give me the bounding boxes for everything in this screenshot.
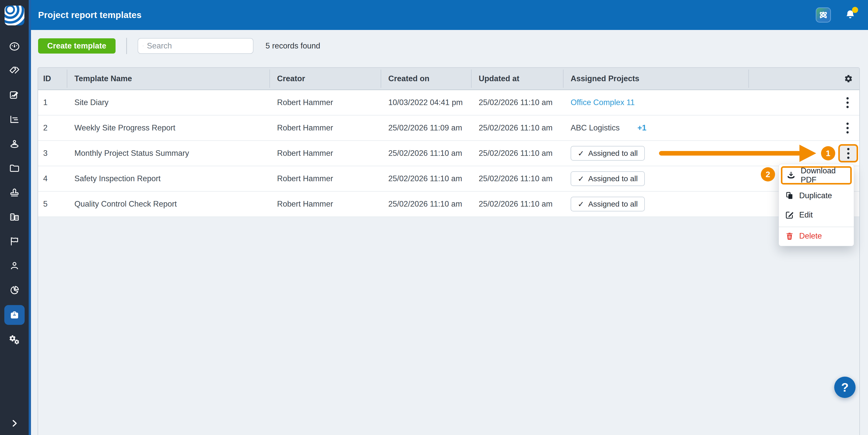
cell-id: 1	[38, 90, 67, 115]
ai-assistant-icon	[818, 10, 828, 20]
cell-template-name: Site Diary	[67, 90, 270, 115]
cell-updated-at: 25/02/2026 11:10 am	[471, 141, 563, 166]
templates-table: ID Template Name Creator Created on Upda…	[38, 67, 860, 435]
sidebar-item-site[interactable]	[9, 138, 20, 150]
cell-template-name: Weekly Site Progress Report	[67, 115, 270, 140]
cell-creator: Robert Hammer	[270, 115, 381, 140]
table-row: 4 Safety Inspection Report Robert Hammer…	[38, 166, 859, 192]
sidebar-expand-button[interactable]	[0, 418, 29, 428]
cell-creator: Robert Hammer	[270, 192, 381, 216]
trash-icon	[785, 231, 794, 241]
sidebar-item-documents[interactable]	[9, 162, 20, 174]
row-actions-kebab-menu-icon[interactable]	[844, 120, 851, 136]
ai-assistant-button[interactable]	[816, 7, 831, 23]
tags-icon	[9, 65, 20, 77]
sidebar-item-report-templates[interactable]	[4, 305, 25, 325]
assigned-project-link[interactable]: Office Complex 11	[570, 98, 634, 107]
menu-item-download-pdf[interactable]: Download PDF	[781, 166, 852, 185]
table-row: 2 Weekly Site Progress Report Robert Ham…	[38, 115, 859, 141]
sidebar-item-settings[interactable]	[9, 334, 20, 346]
menu-item-delete[interactable]: Delete	[779, 228, 854, 244]
row-actions-kebab-menu-icon[interactable]	[844, 95, 851, 111]
sidebar-item-reports-chart[interactable]	[9, 114, 20, 125]
annotation-step-2: 2	[761, 167, 775, 181]
cell-created-on: 25/02/2026 11:10 am	[381, 141, 471, 166]
create-template-button[interactable]: Create template	[38, 38, 116, 54]
top-header: Project report templates	[31, 0, 868, 30]
sidebar-item-forms[interactable]	[9, 89, 20, 101]
sidebar-nav	[0, 41, 29, 346]
menu-item-edit[interactable]: Edit	[779, 205, 854, 225]
assigned-to-all-badge[interactable]: ✓ Assigned to all	[570, 171, 645, 186]
row-actions-kebab-highlighted[interactable]	[838, 144, 858, 162]
download-icon	[786, 171, 796, 180]
annotation-step-1: 1	[821, 146, 835, 160]
settings-gears-icon	[9, 334, 20, 346]
cell-created-on: 25/02/2026 11:10 am	[381, 166, 471, 191]
cell-creator: Robert Hammer	[270, 166, 381, 191]
flag-icon	[9, 236, 20, 247]
table-header-row: ID Template Name Creator Created on Upda…	[38, 68, 859, 90]
check-icon: ✓	[578, 149, 584, 158]
search-icon	[143, 42, 144, 50]
page-title: Project report templates	[38, 10, 142, 20]
cell-template-name: Quality Control Check Report	[67, 192, 270, 216]
check-icon: ✓	[578, 174, 584, 183]
assigned-more-badge[interactable]: +1	[638, 123, 646, 132]
user-icon	[9, 260, 20, 272]
chevron-right-icon	[9, 418, 20, 428]
menu-item-duplicate[interactable]: Duplicate	[779, 186, 854, 205]
column-header-created[interactable]: Created on	[381, 68, 471, 90]
kebab-menu-icon[interactable]	[845, 145, 852, 161]
stamp-icon	[9, 187, 20, 198]
form-signature-icon	[9, 89, 20, 101]
site-person-pin-icon	[9, 138, 20, 150]
column-header-updated[interactable]: Updated at	[471, 68, 563, 90]
cell-created-on: 25/02/2026 11:09 am	[381, 115, 471, 140]
column-header-actions	[748, 68, 859, 90]
column-header-name[interactable]: Template Name	[67, 68, 270, 90]
cell-updated-at: 25/02/2026 11:10 am	[471, 166, 563, 191]
app-logo-icon[interactable]	[5, 6, 24, 25]
table-row: 1 Site Diary Robert Hammer 10/03/2022 04…	[38, 90, 859, 115]
notification-badge	[852, 7, 858, 13]
cell-creator: Robert Hammer	[270, 90, 381, 115]
cell-updated-at: 25/02/2026 11:10 am	[471, 115, 563, 140]
annotation-arrow-head-icon	[800, 145, 816, 162]
search-box[interactable]	[137, 38, 253, 54]
sidebar-item-flags[interactable]	[9, 236, 20, 247]
toolbar: Create template 5 records found	[31, 38, 868, 54]
sidebar-item-tags[interactable]	[9, 65, 20, 77]
dashboard-gauge-icon	[9, 41, 20, 52]
bar-chart-icon	[9, 114, 20, 125]
pie-chart-icon	[9, 284, 20, 296]
column-header-creator[interactable]: Creator	[270, 68, 381, 90]
gear-icon[interactable]	[844, 74, 853, 83]
sidebar-item-dashboard[interactable]	[9, 41, 20, 52]
column-header-id[interactable]: ID	[38, 68, 67, 90]
help-button[interactable]: ?	[834, 377, 856, 398]
toolbar-divider	[126, 38, 127, 54]
menu-divider	[779, 227, 854, 227]
sidebar-item-users[interactable]	[9, 260, 20, 272]
assigned-to-all-badge[interactable]: ✓ Assigned to all	[570, 197, 645, 211]
notifications-button[interactable]	[844, 8, 856, 22]
cell-id: 2	[38, 115, 67, 140]
cell-creator: Robert Hammer	[270, 141, 381, 166]
sidebar-item-company[interactable]	[9, 211, 20, 223]
search-input[interactable]	[147, 41, 248, 51]
folder-icon	[9, 162, 20, 174]
cell-updated-at: 25/02/2026 11:10 am	[471, 90, 563, 115]
report-templates-clipboard-icon	[9, 309, 20, 321]
annotation-arrow	[659, 151, 801, 156]
sidebar-item-stamp[interactable]	[9, 187, 20, 198]
company-buildings-icon	[9, 211, 20, 223]
sidebar-item-insights[interactable]	[9, 284, 20, 296]
edit-icon	[785, 210, 794, 220]
check-icon: ✓	[578, 200, 584, 209]
column-header-assigned[interactable]: Assigned Projects	[563, 68, 748, 90]
cell-updated-at: 25/02/2026 11:10 am	[471, 192, 563, 216]
cell-id: 3	[38, 141, 67, 166]
assigned-to-all-badge[interactable]: ✓ Assigned to all	[570, 146, 645, 161]
cell-created-on: 10/03/2022 04:41 pm	[381, 90, 471, 115]
